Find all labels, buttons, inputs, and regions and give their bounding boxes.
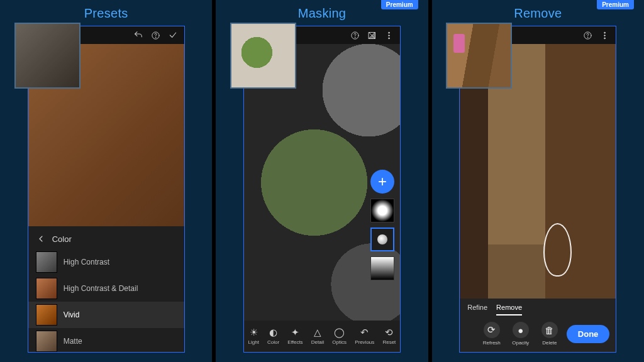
tool-optics[interactable]: ◯Optics — [332, 327, 347, 345]
svg-point-6 — [389, 35, 390, 36]
before-inset — [230, 23, 296, 89]
svg-point-1 — [155, 37, 156, 38]
previous-icon: ↶ — [360, 327, 370, 337]
phone-screen-masking: + ☀Light ◐Color ✦Effects △Detail ◯Optics… — [243, 26, 401, 353]
undo-icon[interactable] — [133, 30, 143, 40]
before-inset — [446, 23, 512, 89]
tab-remove[interactable]: Remove — [496, 304, 522, 315]
mask-gradient[interactable] — [370, 256, 394, 280]
mask-radial[interactable] — [370, 199, 394, 222]
delete-icon: 🗑 — [545, 325, 554, 336]
remove-toolbar: Refine Remove ⟳ Refresh ● Opacity 🗑 Dele… — [460, 299, 616, 352]
panel-presets: Presets Color High Contra — [0, 0, 212, 362]
action-refresh[interactable]: ⟳ Refresh — [480, 322, 504, 346]
preset-thumb — [36, 251, 57, 273]
invert-icon[interactable] — [367, 31, 377, 40]
main-image[interactable]: Refine Remove ⟳ Refresh ● Opacity 🗑 Dele… — [460, 44, 616, 352]
preset-thumb — [36, 278, 57, 299]
opacity-icon: ● — [518, 325, 523, 336]
panel-title: Remove — [514, 6, 562, 21]
effects-icon: ✦ — [290, 327, 300, 337]
optics-icon: ◯ — [335, 327, 345, 337]
drawer-title: Color — [52, 234, 72, 244]
drawer-back[interactable]: Color — [28, 231, 184, 249]
back-arrow-icon — [36, 234, 46, 244]
more-icon[interactable] — [600, 31, 609, 40]
add-mask-button[interactable]: + — [370, 170, 394, 194]
presets-drawer: Color High Contrast High Contrast & Deta… — [28, 226, 184, 352]
preset-label: High Contrast — [64, 258, 109, 266]
panel-title: Presets — [84, 6, 128, 21]
premium-badge: Premium — [597, 0, 634, 9]
main-image[interactable]: + ☀Light ◐Color ✦Effects △Detail ◯Optics… — [244, 44, 400, 352]
more-icon[interactable] — [384, 31, 394, 40]
svg-point-5 — [389, 32, 390, 33]
refresh-icon: ⟳ — [487, 324, 496, 336]
tool-reset[interactable]: ⟲Reset — [382, 327, 396, 345]
svg-point-12 — [604, 38, 606, 39]
help-icon[interactable] — [350, 31, 360, 40]
preset-item[interactable]: Vivid — [28, 302, 184, 328]
check-icon[interactable] — [168, 30, 178, 40]
svg-point-3 — [355, 37, 355, 38]
preset-item[interactable]: High Contrast & Detail — [28, 275, 184, 302]
svg-point-10 — [604, 32, 606, 33]
action-delete[interactable]: 🗑 Delete — [538, 322, 562, 346]
phone-screen-remove: Refine Remove ⟳ Refresh ● Opacity 🗑 Dele… — [459, 26, 616, 353]
done-button[interactable]: Done — [567, 325, 610, 343]
svg-point-7 — [389, 38, 390, 39]
preset-label: High Contrast & Detail — [64, 284, 138, 293]
panel-remove: Premium Remove Refine Remove ⟳ — [432, 0, 644, 362]
edit-toolbar: ☀Light ◐Color ✦Effects △Detail ◯Optics ↶… — [244, 321, 400, 352]
preset-item[interactable]: Matte — [28, 328, 184, 352]
phone-screen-presets: Color High Contrast High Contrast & Deta… — [28, 26, 185, 353]
preset-thumb — [36, 331, 57, 352]
preset-label: Matte — [64, 337, 82, 346]
mask-rail: + — [369, 170, 396, 280]
action-opacity[interactable]: ● Opacity — [509, 322, 533, 346]
svg-point-11 — [604, 35, 606, 36]
help-icon[interactable] — [151, 31, 160, 40]
light-icon: ☀ — [248, 327, 258, 337]
preset-thumb — [36, 304, 57, 326]
reset-icon: ⟲ — [384, 327, 394, 337]
premium-badge: Premium — [381, 0, 418, 9]
tool-light[interactable]: ☀Light — [248, 327, 259, 345]
tool-color[interactable]: ◐Color — [267, 327, 279, 345]
preset-label: Vivid — [64, 310, 80, 319]
tool-effects[interactable]: ✦Effects — [287, 327, 303, 345]
mask-point-selected[interactable] — [370, 228, 394, 251]
preset-item[interactable]: High Contrast — [28, 249, 184, 275]
tool-detail[interactable]: △Detail — [311, 327, 324, 345]
svg-point-9 — [587, 37, 588, 38]
panel-masking: Premium Masking + ☀Light ◐C — [216, 0, 428, 362]
tool-previous[interactable]: ↶Previous — [355, 327, 374, 345]
help-icon[interactable] — [583, 31, 592, 40]
detail-icon: △ — [313, 327, 323, 337]
panel-title: Masking — [298, 6, 347, 21]
before-inset — [14, 23, 80, 89]
main-image: Color High Contrast High Contrast & Deta… — [28, 44, 184, 352]
remove-tabs: Refine Remove — [466, 304, 609, 319]
color-icon: ◐ — [269, 327, 279, 337]
tab-refine[interactable]: Refine — [467, 304, 487, 315]
